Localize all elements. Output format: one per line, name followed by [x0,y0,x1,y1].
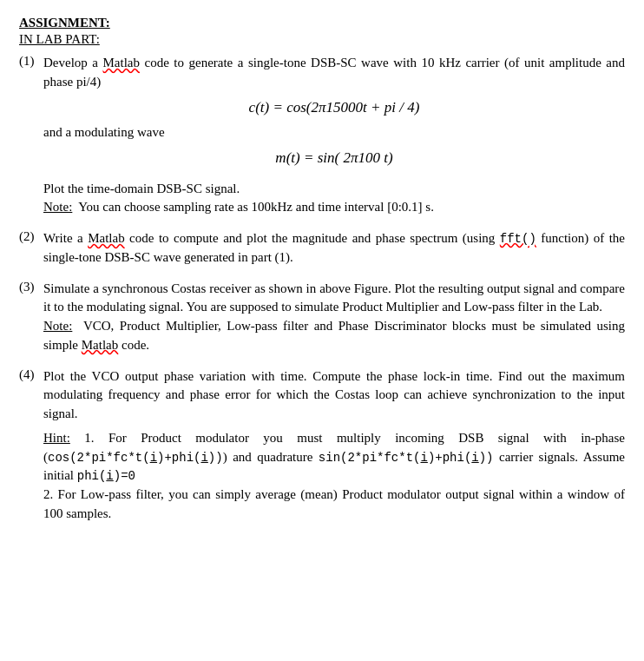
item-2-content: Write a Matlab code to compute and plot … [43,229,625,268]
matlab-ref-2: Matlab [88,231,125,245]
item-1-number: (1) [19,54,43,69]
equation-2: m(t) = sin( 2π100 t) [43,148,625,169]
item-3-content: Simulate a synchronous Costas receiver a… [43,280,625,355]
assignment-title: ASSIGNMENT: [19,16,625,30]
item-3: (3) Simulate a synchronous Costas receiv… [19,280,625,355]
item-1-note: Note: You can choose sampling rate as 10… [43,200,434,214]
item-4-content: Plot the VCO output phase variation with… [43,367,625,524]
hint-cos-formula: cos(2*pi*fc*t(i)+phi(i)) [48,451,223,465]
hint-sin-formula: sin(2*pi*fc*t(i)+phi(i)) [319,451,494,465]
item-2-number: (2) [19,229,43,244]
item-4-hint-block: Hint: 1. For Product modulator you must … [43,431,625,520]
item-4-number: (4) [19,367,43,382]
note-label-3: Note: [43,319,72,333]
item-1-content: Develop a Matlab code to generate a sing… [43,54,625,217]
page-container: ASSIGNMENT: IN LAB PART: (1) Develop a M… [19,16,625,524]
fft-ref: fft() [500,232,536,246]
equation-1: c(t) = cos(2π15000t + pi / 4) [43,97,625,119]
note-label-1: Note: [43,200,72,214]
item-3-note: Note: VCO, Product Multiplier, Low-pass … [43,319,625,352]
matlab-ref-1: Matlab [102,56,140,69]
matlab-ref-3: Matlab [82,338,119,352]
item-1: (1) Develop a Matlab code to generate a … [19,54,625,217]
section-title: IN LAB PART: [19,32,625,47]
item-3-number: (3) [19,280,43,294]
hint-phi: phi(i)=0 [77,469,135,483]
item-2: (2) Write a Matlab code to compute and p… [19,229,625,268]
hint-label: Hint: [43,431,70,445]
item-4: (4) Plot the VCO output phase variation … [19,367,625,524]
